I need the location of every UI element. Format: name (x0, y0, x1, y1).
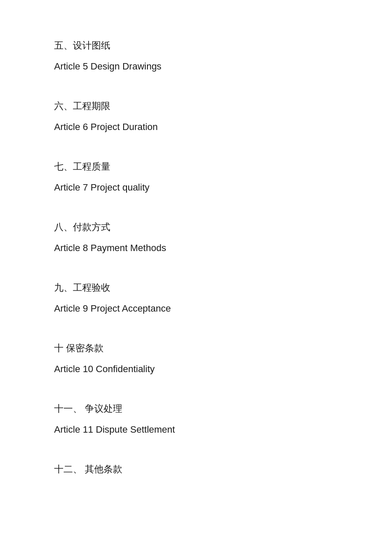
article-item: 六、工程期限Article 6 Project Duration (54, 86, 338, 147)
article-9-chinese-title: 九、工程验收 (54, 268, 338, 298)
article-item: 十二、 其他条款 (54, 449, 338, 480)
article-item: 十 保密条款Article 10 Confidentiality (54, 328, 338, 389)
article-6-chinese-title: 六、工程期限 (54, 86, 338, 116)
article-11-chinese-title: 十一、 争议处理 (54, 389, 338, 419)
article-5-chinese-title: 五、设计图纸 (54, 26, 338, 56)
article-5-english-title: Article 5 Design Drawings (54, 56, 338, 86)
article-12-chinese-title: 十二、 其他条款 (54, 449, 338, 480)
article-10-english-title: Article 10 Confidentiality (54, 358, 338, 389)
document-content: 五、设计图纸Article 5 Design Drawings六、工程期限Art… (54, 26, 338, 480)
article-item: 十一、 争议处理Article 11 Dispute Settlement (54, 389, 338, 449)
article-item: 八、付款方式Article 8 Payment Methods (54, 207, 338, 268)
article-8-english-title: Article 8 Payment Methods (54, 237, 338, 268)
article-7-chinese-title: 七、工程质量 (54, 147, 338, 177)
article-item: 五、设计图纸Article 5 Design Drawings (54, 26, 338, 86)
article-10-chinese-title: 十 保密条款 (54, 328, 338, 358)
article-item: 七、工程质量Article 7 Project quality (54, 147, 338, 207)
article-11-english-title: Article 11 Dispute Settlement (54, 419, 338, 449)
article-8-chinese-title: 八、付款方式 (54, 207, 338, 237)
article-6-english-title: Article 6 Project Duration (54, 116, 338, 147)
article-7-english-title: Article 7 Project quality (54, 177, 338, 207)
article-item: 九、工程验收Article 9 Project Acceptance (54, 268, 338, 328)
article-9-english-title: Article 9 Project Acceptance (54, 298, 338, 328)
